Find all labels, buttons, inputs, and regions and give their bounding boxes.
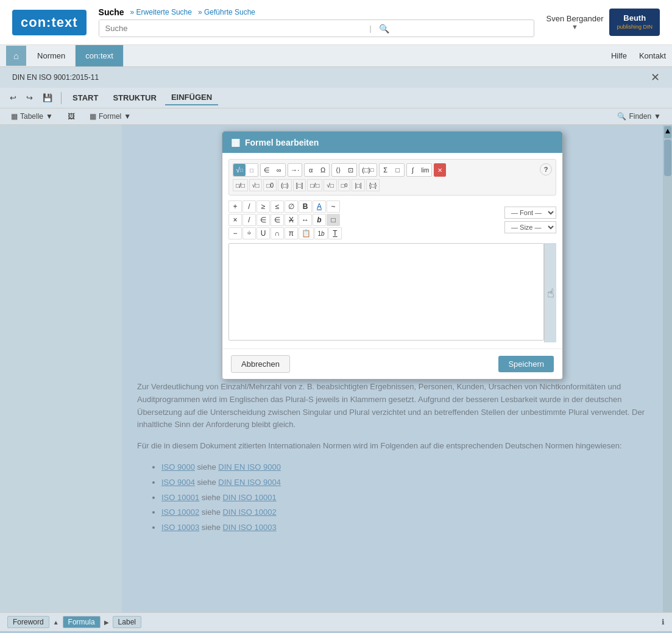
save-formula-button[interactable]: Speichern (498, 356, 554, 372)
sym-cross-x[interactable]: X (285, 214, 298, 226)
sym-1b[interactable]: 1b (314, 227, 328, 239)
logo: con:text (12, 10, 87, 35)
sym-intersection[interactable]: ∩ (271, 227, 284, 239)
frac2-button[interactable]: □/□ (307, 179, 322, 191)
sqrt-button[interactable]: □ (246, 164, 258, 176)
formel-button[interactable]: ▦ Formel ▼ (85, 110, 136, 122)
square-bracket-btn[interactable]: [□] (293, 179, 306, 191)
sym-underline-t[interactable]: T (328, 227, 342, 239)
cancel-button[interactable]: Abbrechen (231, 355, 290, 373)
logo-text: con:text (21, 15, 78, 30)
nav-item-normen[interactable]: Normen (27, 45, 76, 66)
formula-textarea[interactable]: e^(iπ) = cos(x) + isin(x) (228, 243, 544, 341)
sym-geq[interactable]: ≥ (256, 200, 270, 213)
drag-handle[interactable]: ☜ (543, 288, 558, 299)
epsilon-button[interactable]: ∈ (261, 164, 273, 176)
nav-home-button[interactable]: ⌂ (6, 46, 26, 66)
formula-tag[interactable]: Formula (63, 616, 101, 628)
sym-tilde[interactable]: ~ (327, 200, 340, 213)
sym-copy[interactable]: 📋 (299, 227, 314, 239)
nav-hilfe-link[interactable]: Hilfe (611, 45, 627, 66)
font-size-controls: — Font — — Size — (504, 200, 556, 239)
sigma-button[interactable]: Σ (380, 164, 392, 176)
omega-button[interactable]: Ω (317, 164, 329, 176)
info-button[interactable]: ℹ (662, 618, 665, 626)
paren-button[interactable]: (□) (278, 179, 292, 191)
sym-pi[interactable]: π (285, 227, 298, 239)
sym-slash2[interactable]: / (242, 214, 256, 226)
modal-title: Formel bearbeiten (245, 138, 319, 147)
sym-minus[interactable]: − (228, 227, 242, 239)
tab-struktur[interactable]: STRUKTUR (107, 91, 163, 105)
sqrt-simple-button[interactable]: √□ (249, 179, 263, 191)
lim-button[interactable]: lim (419, 164, 432, 176)
sym-slash[interactable]: / (242, 200, 256, 213)
power-button[interactable]: □0 (263, 179, 277, 191)
foreword-up-chevron[interactable]: ▲ (53, 619, 59, 626)
tab-einfuegen[interactable]: EINFÜGEN (165, 90, 218, 105)
sym-underline-a[interactable]: A (313, 200, 326, 213)
integral-button[interactable]: ∫ (407, 164, 419, 176)
image-button[interactable]: 🖼 (63, 110, 80, 122)
guided-search-link[interactable]: » Geführte Suche (198, 8, 255, 16)
scrollbar-right[interactable]: ▲ (663, 125, 672, 612)
angle-bracket-button[interactable]: ⟨⟩ (332, 164, 344, 176)
search-button[interactable]: 🔍 (374, 21, 394, 36)
nav-item-context[interactable]: con:text (76, 45, 124, 66)
sym-italic-b[interactable]: b (313, 214, 326, 226)
nav-kontakt-link[interactable]: Kontakt (639, 45, 666, 66)
close-button[interactable]: ✕ (651, 71, 660, 84)
sym-plus[interactable]: + (228, 200, 242, 213)
modal-footer: Abbrechen Speichern (222, 348, 562, 379)
paren-sub-group: (□)□ (359, 163, 377, 177)
redo-button[interactable]: ↪ (23, 91, 37, 105)
sum-button[interactable]: □ (392, 164, 404, 176)
foreword-tag[interactable]: Foreword (7, 616, 49, 628)
formula-chevron[interactable]: ▶ (104, 619, 109, 626)
tab-start[interactable]: START (66, 91, 104, 105)
curly-button[interactable]: {□} (366, 179, 380, 191)
label-tag[interactable]: Label (113, 616, 141, 628)
nav-right: Hilfe Kontakt (611, 45, 666, 66)
symbol-row-3: − ÷ U ∩ π 📋 1b T (228, 227, 501, 239)
abs-button[interactable]: |□| (352, 179, 364, 191)
sym-union[interactable]: U (256, 227, 270, 239)
sym-leq[interactable]: ≤ (271, 200, 284, 213)
formula-toolbar-row2: □/□ √□ □0 (□) [□] □/□ √□ □0 |□| {□} (233, 179, 552, 191)
frac-button[interactable]: □/□ (233, 179, 248, 191)
sub-button[interactable]: □0 (338, 179, 351, 191)
advanced-search-link[interactable]: » Erweiterte Suche (130, 8, 192, 16)
font-dropdown[interactable]: — Font — (504, 207, 556, 219)
sym-in[interactable]: ∈ (256, 214, 270, 226)
infinity-button[interactable]: ∞ (273, 164, 285, 176)
scrollbar-thumb[interactable] (664, 140, 671, 176)
modal-header: ▦ Formel bearbeiten (222, 132, 562, 153)
sym-box[interactable]: □ (327, 214, 340, 226)
search-input[interactable] (99, 20, 367, 37)
sym-c[interactable]: ∈ (271, 214, 284, 226)
save-button[interactable]: 💾 (39, 91, 56, 105)
undo-button[interactable]: ↩ (6, 91, 20, 105)
formula-toolbar-row1: √□ □ ∈ ∞ →· (233, 163, 552, 177)
sym-bold-b[interactable]: B (299, 200, 312, 213)
sqrt2-button[interactable]: √□ (324, 179, 337, 191)
scroll-up-arrow[interactable]: ▲ (664, 126, 671, 138)
top-header: con:text Suche » Erweiterte Suche » Gefü… (0, 0, 672, 45)
alpha-button[interactable]: α (305, 164, 317, 176)
sqrt-sub-button[interactable]: √□ (233, 164, 246, 176)
help-button[interactable]: ? (540, 163, 552, 175)
sym-leftrightarrow[interactable]: ↔ (299, 214, 312, 226)
sym-div[interactable]: ÷ (242, 227, 256, 239)
paren-sub-button[interactable]: (□)□ (359, 164, 377, 176)
sym-times[interactable]: × (228, 214, 242, 226)
box-bracket-button[interactable]: ⊡ (344, 164, 356, 176)
finden-button[interactable]: 🔍 Finden ▼ (612, 110, 666, 122)
user-dropdown-icon[interactable]: ▼ (546, 23, 604, 30)
search-label: Suche (99, 7, 124, 17)
sym-emptyset[interactable]: ∅ (285, 200, 298, 213)
arrow-dot-button[interactable]: →· (288, 164, 302, 176)
eraser-button[interactable]: ✕ (434, 163, 446, 177)
size-dropdown[interactable]: — Size — (504, 221, 556, 233)
tabelle-button[interactable]: ▦ Tabelle ▼ (6, 110, 58, 122)
sqrt-group: √□ □ (233, 163, 258, 177)
